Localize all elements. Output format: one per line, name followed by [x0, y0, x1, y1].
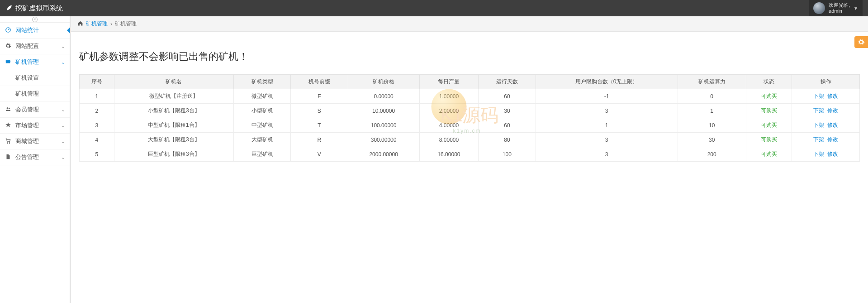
table-header: 矿机类型 — [233, 75, 290, 89]
table-cell: 中型矿机 — [233, 118, 290, 133]
table-cell: S — [291, 104, 348, 118]
status-cell: 可购买 — [746, 118, 792, 133]
breadcrumb-current: 矿机管理 — [115, 20, 137, 28]
table-cell: 2000.00000 — [348, 147, 419, 162]
op-off-link[interactable]: 下架 — [813, 107, 824, 114]
chevron-down-icon: ⌄ — [61, 43, 65, 49]
sidebar-item-label: 网站统计 — [15, 26, 65, 34]
sidebar-item-members[interactable]: 会员管理 ⌄ — [0, 102, 70, 118]
table-cell: 微型矿机【注册送】 — [114, 89, 233, 104]
svg-point-2 — [9, 107, 10, 109]
op-off-link[interactable]: 下架 — [813, 93, 824, 99]
sidebar-submenu: 矿机设置 矿机管理 — [0, 70, 70, 102]
table-row: 5巨型矿机【限租3台】巨型矿机V2000.0000016.00000100320… — [80, 147, 860, 162]
ops-cell: 下架 修改 — [792, 133, 860, 147]
star-icon — [5, 122, 12, 130]
username: admin — [829, 8, 850, 14]
table-header: 运行天数 — [479, 75, 536, 89]
sidebar-sub-miner-manage[interactable]: 矿机管理 — [0, 86, 70, 102]
table-header: 序号 — [80, 75, 114, 89]
svg-point-4 — [9, 142, 10, 143]
document-icon — [5, 154, 12, 161]
table-row: 4大型矿机【限租3台】大型矿机R300.000008.0000080330可购买… — [80, 133, 860, 147]
table-cell: 0 — [678, 89, 746, 104]
dashboard-icon — [5, 27, 12, 34]
table-cell: 中型矿机【限租1台】 — [114, 118, 233, 133]
page-title: 矿机参数调整不会影响已出售的矿机！ — [79, 50, 860, 63]
table-cell: 3 — [80, 118, 114, 133]
collapse-icon: « — [32, 17, 38, 22]
cart-icon — [5, 138, 12, 145]
table-cell: 1.00000 — [419, 89, 479, 104]
table-cell: 100.00000 — [348, 118, 419, 133]
user-text: 欢迎光临, admin — [829, 2, 850, 14]
table-cell: F — [291, 89, 348, 104]
ops-cell: 下架 修改 — [792, 89, 860, 104]
breadcrumb-link[interactable]: 矿机管理 — [86, 20, 108, 28]
table-cell: 1 — [536, 118, 678, 133]
table-cell: 3 — [536, 147, 678, 162]
op-edit-link[interactable]: 修改 — [827, 107, 838, 114]
settings-tab[interactable] — [854, 36, 868, 48]
op-off-link[interactable]: 下架 — [813, 151, 824, 157]
chevron-down-icon: ⌄ — [61, 123, 65, 129]
table-header: 矿机运算力 — [678, 75, 746, 89]
sidebar-item-label: 矿机管理 — [15, 90, 39, 97]
sidebar-collapse[interactable]: « — [0, 16, 70, 23]
op-edit-link[interactable]: 修改 — [827, 136, 838, 143]
op-off-link[interactable]: 下架 — [813, 136, 824, 143]
table-cell: 2.00000 — [419, 104, 479, 118]
table-row: 3中型矿机【限租1台】中型矿机T100.000004.0000060110可购买… — [80, 118, 860, 133]
sidebar-item-market[interactable]: 市场管理 ⌄ — [0, 118, 70, 134]
table-header: 操作 — [792, 75, 860, 89]
sidebar-item-label: 矿机管理 — [15, 58, 61, 66]
gear-icon — [5, 43, 12, 50]
home-icon[interactable] — [77, 20, 83, 28]
table-header: 机号前缀 — [291, 75, 348, 89]
status-cell: 可购买 — [746, 147, 792, 162]
sidebar-item-stats[interactable]: 网站统计 — [0, 23, 70, 38]
table-header: 矿机价格 — [348, 75, 419, 89]
table-cell: 小型矿机 — [233, 104, 290, 118]
table-cell: 300.00000 — [348, 133, 419, 147]
table-cell: 1 — [80, 89, 114, 104]
status-cell: 可购买 — [746, 89, 792, 104]
sidebar-item-miner[interactable]: 矿机管理 ⌄ — [0, 54, 70, 70]
table-cell: 100 — [479, 147, 536, 162]
table-cell: 60 — [479, 118, 536, 133]
user-menu[interactable]: 欢迎光临, admin ▼ — [809, 0, 863, 16]
chevron-down-icon: ⌄ — [61, 154, 65, 160]
op-edit-link[interactable]: 修改 — [827, 151, 838, 157]
op-off-link[interactable]: 下架 — [813, 122, 824, 128]
table-cell: 1 — [678, 104, 746, 118]
op-edit-link[interactable]: 修改 — [827, 93, 838, 99]
table-cell: 80 — [479, 133, 536, 147]
sidebar-item-label: 市场管理 — [15, 121, 61, 130]
sidebar-sub-miner-settings[interactable]: 矿机设置 — [0, 70, 70, 86]
op-edit-link[interactable]: 修改 — [827, 122, 838, 128]
sidebar-item-notice[interactable]: 公告管理 ⌄ — [0, 149, 70, 165]
table-cell: 大型矿机 — [233, 133, 290, 147]
topbar: 挖矿虚拟币系统 欢迎光临, admin ▼ — [0, 0, 868, 16]
table-cell: 0.00000 — [348, 89, 419, 104]
avatar — [813, 2, 825, 14]
sidebar-item-config[interactable]: 网站配置 ⌄ — [0, 38, 70, 54]
chevron-down-icon: ▼ — [854, 6, 858, 11]
content: 矿机参数调整不会影响已出售的矿机！ K1源码 k1ym.cm 序号矿机名矿机类型… — [71, 32, 868, 170]
chevron-down-icon: ⌄ — [61, 139, 65, 144]
sidebar-item-label: 矿机设置 — [15, 74, 39, 81]
table-cell: 10.00000 — [348, 104, 419, 118]
table-cell: 3 — [536, 133, 678, 147]
table-cell: 4 — [80, 133, 114, 147]
status-cell: 可购买 — [746, 133, 792, 147]
table-cell: R — [291, 133, 348, 147]
miner-table: 序号矿机名矿机类型机号前缀矿机价格每日产量运行天数用户限购台数（0无上限）矿机运… — [79, 74, 860, 162]
table-cell: 60 — [479, 89, 536, 104]
breadcrumb: 矿机管理 › 矿机管理 — [71, 16, 868, 32]
table-cell: 巨型矿机 — [233, 147, 290, 162]
sidebar-item-mall[interactable]: 商城管理 ⌄ — [0, 134, 70, 149]
chevron-down-icon: ⌄ — [61, 59, 65, 65]
table-cell: 大型矿机【限租3台】 — [114, 133, 233, 147]
table-cell: 巨型矿机【限租3台】 — [114, 147, 233, 162]
table-header: 每日产量 — [419, 75, 479, 89]
